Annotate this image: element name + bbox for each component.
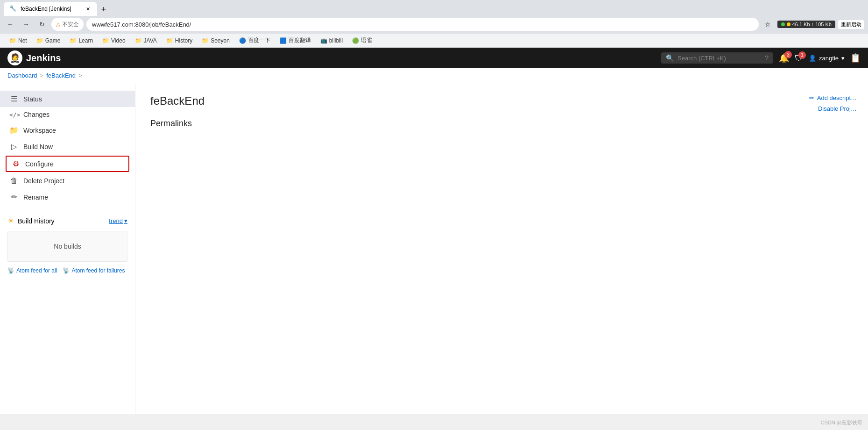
no-builds-box: No builds	[7, 231, 127, 262]
back-button[interactable]: ←	[4, 18, 17, 31]
sidebar-label-build-now: Build Now	[23, 143, 53, 150]
bookmark-icon: 📁	[102, 37, 109, 44]
bookmark-label: Seeyon	[211, 37, 230, 44]
search-box: 🔍 ?	[661, 52, 773, 64]
build-history-header: ☀ Build History trend ▾	[0, 213, 135, 229]
jenkins-header: 🤵 Jenkins 🔍 ? 🔔 3 🛡 1 👤 zangtie ▾ 📋	[0, 48, 868, 68]
tab-bar: 🔧 feBackEnd [Jenkins] ✕ +	[0, 0, 868, 16]
extension-button[interactable]: 重新启动	[838, 20, 864, 29]
jenkins-logo-icon: 🤵	[7, 50, 22, 65]
build-history-title: Build History	[18, 217, 105, 225]
user-avatar: 👤	[809, 55, 816, 62]
sidebar-item-changes[interactable]: </> Changes	[0, 107, 135, 122]
bookmark-label: 语雀	[361, 36, 372, 44]
forward-button[interactable]: →	[20, 18, 33, 31]
bookmark-item-JAVA[interactable]: 📁JAVA	[131, 36, 161, 45]
workspace-icon: 📁	[9, 126, 19, 135]
jenkins-logo[interactable]: 🤵 Jenkins	[7, 50, 61, 65]
active-tab[interactable]: 🔧 feBackEnd [Jenkins] ✕	[4, 2, 97, 16]
atom-icon-failures: 📡	[63, 267, 70, 274]
sidebar-label-rename: Rename	[23, 194, 48, 201]
bookmark-item-Seeyon[interactable]: 📁Seeyon	[198, 36, 233, 45]
shield-badge: 1	[798, 51, 806, 59]
rename-icon: ✏	[9, 193, 19, 201]
net-dot-yellow	[787, 22, 790, 26]
bookmark-item-Game[interactable]: 📁Game	[33, 36, 64, 45]
bookmark-item-百度翻译[interactable]: 🟦百度翻译	[276, 36, 315, 45]
edit-icon: ✏	[809, 94, 814, 101]
log-button[interactable]: 📋	[850, 53, 861, 63]
breadcrumb-dashboard[interactable]: Dashboard	[7, 72, 37, 79]
atom-feed-failures-link[interactable]: 📡 Atom feed for failures	[63, 267, 125, 274]
sidebar-item-delete[interactable]: 🗑 Delete Project	[0, 173, 135, 189]
sidebar-label-delete: Delete Project	[23, 177, 64, 185]
bookmark-item-Learn[interactable]: 📁Learn	[66, 36, 97, 45]
security-indicator: △	[56, 21, 60, 28]
username-label: zangtie	[819, 55, 839, 62]
bookmarks-bar: 📁Net📁Game📁Learn📁Video📁JAVA📁History📁Seeyo…	[0, 34, 868, 48]
atom-icon-all: 📡	[7, 267, 14, 274]
shield-button[interactable]: 🛡 1	[795, 53, 803, 63]
notifications-button[interactable]: 🔔 3	[779, 53, 789, 63]
notifications-badge: 3	[784, 51, 792, 58]
main-content: feBackEnd Permalinks ✏ Add descript… Dis…	[135, 83, 868, 414]
bookmark-label: 百度翻译	[289, 36, 311, 44]
atom-feed-all-label: Atom feed for all	[16, 267, 57, 274]
bookmark-label: Game	[45, 37, 61, 44]
bookmark-label: Learn	[78, 37, 93, 44]
bookmark-item-bilibili[interactable]: 📺bilibili	[317, 36, 346, 45]
help-icon[interactable]: ?	[765, 54, 769, 62]
search-input[interactable]	[677, 55, 761, 62]
header-icons: 🔔 3 🛡 1 👤 zangtie ▾ 📋	[779, 53, 861, 63]
sidebar-item-status[interactable]: ☰ Status	[0, 91, 135, 107]
right-actions: ✏ Add descript… Disable Proj…	[809, 94, 857, 112]
breadcrumb-project[interactable]: feBackEnd	[46, 72, 76, 79]
trend-label: trend	[109, 217, 123, 224]
bookmark-icon: 🟦	[280, 37, 287, 44]
atom-feed-failures-label: Atom feed for failures	[71, 267, 125, 274]
build-now-icon: ▷	[9, 142, 19, 151]
bookmark-item-语雀[interactable]: 🟢语雀	[348, 36, 376, 45]
bookmark-label: History	[175, 37, 192, 44]
sidebar-label-changes: Changes	[23, 111, 49, 118]
close-tab-button[interactable]: ✕	[84, 5, 92, 13]
sidebar-label-configure: Configure	[25, 160, 54, 168]
disable-project-label: Disable Proj…	[818, 105, 857, 112]
address-input[interactable]	[86, 18, 759, 31]
tab-title: feBackEnd [Jenkins]	[21, 6, 80, 12]
bookmark-item-百度一下[interactable]: 🔵百度一下	[235, 36, 274, 45]
changes-icon: </>	[9, 111, 19, 118]
trend-button[interactable]: trend ▾	[109, 217, 127, 224]
bookmark-item-Net[interactable]: 📁Net	[6, 36, 31, 45]
tab-favicon: 🔧	[9, 5, 17, 13]
add-description-link[interactable]: ✏ Add descript…	[809, 94, 857, 101]
refresh-button[interactable]: ↻	[35, 18, 49, 31]
bookmark-icon: 📁	[135, 37, 142, 44]
breadcrumb-sep-1: >	[40, 72, 44, 79]
sidebar: ☰ Status </> Changes 📁 Workspace ▷ Build…	[0, 83, 135, 414]
bookmark-item-History[interactable]: 📁History	[162, 36, 196, 45]
new-tab-button[interactable]: +	[97, 3, 110, 16]
bookmark-item-Video[interactable]: 📁Video	[99, 36, 129, 45]
sidebar-item-workspace[interactable]: 📁 Workspace	[0, 122, 135, 138]
address-bar: ← → ↻ △ 不安全 ☆ 46.1 Kb ↑ 105 Kb 重新启动	[0, 16, 868, 34]
user-dropdown-icon: ▾	[841, 55, 845, 62]
disable-project-link[interactable]: Disable Proj…	[818, 105, 857, 112]
bookmark-label: 百度一下	[248, 36, 270, 44]
build-history-icon: ☀	[7, 216, 14, 225]
network-indicator: 46.1 Kb ↑ 105 Kb	[777, 21, 835, 28]
trend-dropdown-icon: ▾	[124, 217, 127, 224]
bookmark-icon: 🔵	[239, 37, 246, 44]
security-text: 不安全	[62, 21, 79, 29]
configure-icon: ⚙	[11, 159, 21, 168]
atom-feed-all-link[interactable]: 📡 Atom feed for all	[7, 267, 57, 274]
sidebar-item-configure[interactable]: ⚙ Configure	[6, 156, 129, 172]
bookmark-star-button[interactable]: ☆	[762, 18, 775, 31]
bookmark-icon: 🟢	[352, 37, 359, 44]
sidebar-item-build-now[interactable]: ▷ Build Now	[0, 138, 135, 155]
sidebar-label-workspace: Workspace	[23, 127, 56, 134]
sidebar-item-rename[interactable]: ✏ Rename	[0, 189, 135, 205]
user-menu-button[interactable]: 👤 zangtie ▾	[809, 55, 845, 62]
breadcrumb-sep-2: >	[78, 72, 82, 79]
bookmark-icon: 📁	[166, 37, 173, 44]
